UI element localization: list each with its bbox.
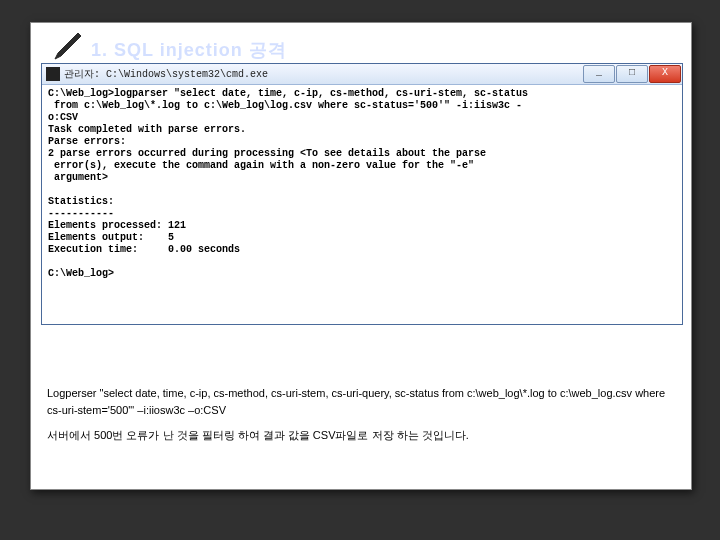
window-title: 관리자: C:\Windows\system32\cmd.exe — [64, 67, 583, 81]
term-line: from c:\Web_log\*.log to c:\Web_log\log.… — [48, 100, 522, 111]
terminal-output: C:\Web_log>logparser "select date, time,… — [43, 85, 681, 323]
term-line: ----------- — [48, 208, 114, 219]
caption-command: Logperser "select date, time, c-ip, cs-m… — [47, 385, 667, 419]
term-line: Elements processed: 121 — [48, 220, 186, 231]
window-buttons: _ □ X — [583, 64, 682, 84]
maximize-button[interactable]: □ — [616, 65, 648, 83]
titlebar[interactable]: 관리자: C:\Windows\system32\cmd.exe _ □ X — [42, 64, 682, 85]
term-line: Task completed with parse errors. — [48, 124, 246, 135]
term-line: Elements output: 5 — [48, 232, 174, 243]
term-line: Parse errors: — [48, 136, 126, 147]
pen-icon — [53, 31, 83, 61]
term-line: error(s), execute the command again with… — [48, 160, 474, 171]
slide: 1. SQL injection 공격 관리자: C:\Windows\syst… — [30, 22, 692, 490]
term-line: C:\Web_log> — [48, 268, 114, 279]
term-line: Statistics: — [48, 196, 114, 207]
term-line: argument> — [48, 172, 108, 183]
cmd-window: 관리자: C:\Windows\system32\cmd.exe _ □ X C… — [41, 63, 683, 325]
term-line: Execution time: 0.00 seconds — [48, 244, 240, 255]
slide-title: 1. SQL injection 공격 — [91, 38, 287, 62]
term-line: 2 parse errors occurred during processin… — [48, 148, 486, 159]
close-button[interactable]: X — [649, 65, 681, 83]
term-line: C:\Web_log>logparser "select date, time,… — [48, 88, 528, 99]
caption-explain: 서버에서 500번 오류가 난 것을 필터링 하여 결과 값을 CSV파일로 저… — [47, 427, 667, 444]
cmd-icon — [46, 67, 60, 81]
minimize-button[interactable]: _ — [583, 65, 615, 83]
title-path: C:\Windows\system32\cmd.exe — [106, 69, 268, 80]
title-prefix: 관리자: — [64, 69, 100, 80]
term-line: o:CSV — [48, 112, 78, 123]
